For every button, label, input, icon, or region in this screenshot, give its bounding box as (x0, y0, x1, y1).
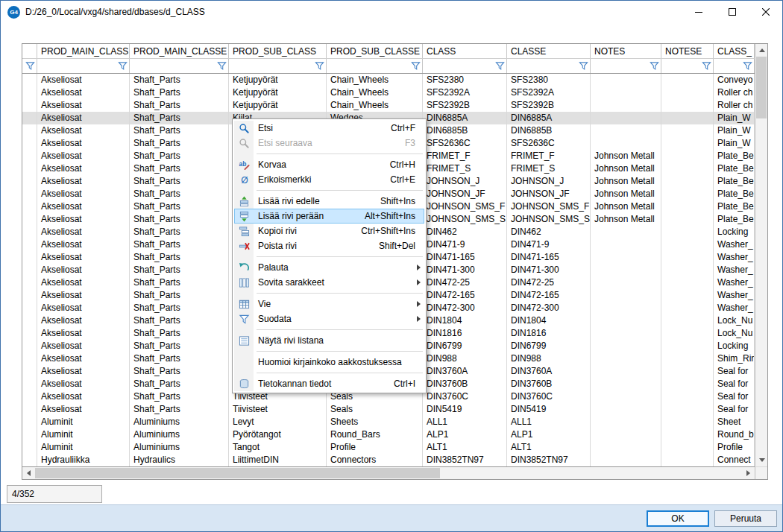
column-header[interactable]: PROD_SUB_CLASS (229, 44, 327, 58)
horizontal-scroll-thumb[interactable] (35, 468, 440, 478)
table-cell[interactable]: Round_b (714, 428, 755, 441)
table-row[interactable]: AluminitAluminiumsPyörötangotRound_BarsA… (22, 428, 755, 441)
row-selector-cell[interactable] (22, 441, 37, 454)
table-cell[interactable]: DIN3760C (507, 390, 591, 403)
table-cell[interactable] (661, 213, 714, 226)
menu-item[interactable]: Suodata (234, 311, 424, 326)
menu-item[interactable]: Lisää rivi peräänAlt+Shift+Ins (234, 209, 424, 224)
table-cell[interactable]: Lock_Nu (714, 327, 755, 340)
table-cell[interactable]: DIN6799 (423, 340, 507, 352)
table-cell[interactable] (661, 112, 714, 124)
table-cell[interactable]: Washer_ (714, 251, 755, 264)
table-cell[interactable] (661, 340, 714, 352)
table-cell[interactable]: Connect (714, 454, 755, 466)
table-cell[interactable]: DIN472-165 (423, 289, 507, 302)
row-selector-cell[interactable] (22, 327, 37, 340)
table-cell[interactable]: Washer_ (714, 238, 755, 251)
table-cell[interactable]: JOHNSON_J (507, 175, 591, 188)
column-header[interactable]: CLASS_ (714, 44, 755, 58)
table-cell[interactable]: SFS2392B (507, 99, 591, 112)
table-cell[interactable]: SFS2380 (507, 74, 591, 86)
table-cell[interactable]: Lock_Nu (714, 314, 755, 327)
table-cell[interactable] (591, 340, 661, 352)
table-cell[interactable]: Plain_W (714, 137, 755, 150)
table-cell[interactable] (661, 365, 714, 378)
table-cell[interactable]: SFS2392A (507, 86, 591, 99)
table-cell[interactable]: Akseliosat (37, 200, 130, 213)
table-cell[interactable]: DIN462 (507, 226, 591, 238)
row-selector-cell[interactable] (22, 264, 37, 276)
table-cell[interactable]: Plate_Be (714, 200, 755, 213)
menu-item[interactable]: EtsiCtrl+F (234, 121, 424, 136)
table-cell[interactable]: Plate_Be (714, 150, 755, 162)
table-cell[interactable]: DIN471-9 (507, 238, 591, 251)
table-cell[interactable] (661, 238, 714, 251)
table-cell[interactable]: DIN6885A (423, 112, 507, 124)
table-cell[interactable]: Locking (714, 226, 755, 238)
table-cell[interactable]: Plain_W (714, 124, 755, 137)
column-header[interactable]: PROD_MAIN_CLASSE (130, 44, 229, 58)
table-cell[interactable] (661, 188, 714, 200)
table-cell[interactable]: Shaft_Parts (130, 340, 229, 352)
table-cell[interactable]: Chain_Wheels (327, 74, 423, 86)
table-cell[interactable]: SFS2392B (423, 99, 507, 112)
table-cell[interactable] (661, 86, 714, 99)
table-cell[interactable]: DIN471-300 (507, 264, 591, 276)
table-cell[interactable] (661, 289, 714, 302)
scroll-left-button[interactable] (22, 467, 35, 479)
row-selector-cell[interactable] (22, 137, 37, 150)
table-cell[interactable] (661, 200, 714, 213)
row-selector-cell[interactable] (22, 352, 37, 365)
table-cell[interactable]: Locking (714, 340, 755, 352)
table-cell[interactable]: Johnson Metall (591, 213, 661, 226)
table-cell[interactable]: FRIMET_F (423, 150, 507, 162)
table-cell[interactable]: DIN1804 (423, 314, 507, 327)
table-cell[interactable]: Shaft_Parts (130, 226, 229, 238)
table-cell[interactable]: Shaft_Parts (130, 302, 229, 314)
table-row[interactable]: HydrauliikkaHydraulicsLiittimetDINConnec… (22, 454, 755, 466)
table-cell[interactable]: Shaft_Parts (130, 86, 229, 99)
table-cell[interactable]: Roller ch (714, 86, 755, 99)
table-cell[interactable]: Johnson Metall (591, 150, 661, 162)
table-cell[interactable]: Shaft_Parts (130, 276, 229, 289)
table-cell[interactable]: Akseliosat (37, 162, 130, 175)
table-cell[interactable] (591, 428, 661, 441)
table-cell[interactable]: Johnson Metall (591, 188, 661, 200)
table-cell[interactable]: Shaft_Parts (130, 99, 229, 112)
table-cell[interactable] (661, 416, 714, 428)
filter-icon[interactable] (743, 61, 752, 71)
table-cell[interactable]: DIN1804 (507, 314, 591, 327)
table-cell[interactable]: ALL1 (423, 416, 507, 428)
table-cell[interactable]: Seal for (714, 403, 755, 416)
table-cell[interactable]: Aluminiums (130, 416, 229, 428)
menu-item[interactable]: Huomioi kirjainkoko aakkostuksessa (234, 355, 424, 370)
table-cell[interactable] (591, 112, 661, 124)
table-cell[interactable]: Shaft_Parts (130, 112, 229, 124)
table-cell[interactable] (591, 124, 661, 137)
column-header[interactable]: NOTESE (661, 44, 714, 58)
table-cell[interactable]: DIN3760C (423, 390, 507, 403)
table-cell[interactable] (591, 416, 661, 428)
table-cell[interactable]: Seals (327, 403, 423, 416)
table-cell[interactable]: Ketjupyörät (229, 99, 327, 112)
table-cell[interactable]: Shaft_Parts (130, 162, 229, 175)
table-cell[interactable] (591, 378, 661, 390)
table-cell[interactable]: DIN6799 (507, 340, 591, 352)
table-cell[interactable]: Shaft_Parts (130, 251, 229, 264)
menu-item[interactable]: Vie (234, 297, 424, 311)
table-cell[interactable]: Hydrauliikka (37, 454, 130, 466)
table-cell[interactable]: DIN471-165 (423, 251, 507, 264)
menu-item[interactable]: Palauta (234, 260, 424, 275)
table-cell[interactable]: Seal for (714, 378, 755, 390)
table-cell[interactable]: DIN5419 (507, 403, 591, 416)
table-cell[interactable] (591, 352, 661, 365)
table-cell[interactable] (591, 226, 661, 238)
table-cell[interactable]: Shaft_Parts (130, 175, 229, 188)
table-cell[interactable]: Shaft_Parts (130, 200, 229, 213)
table-cell[interactable]: Shaft_Parts (130, 74, 229, 86)
vertical-scrollbar[interactable] (755, 44, 767, 466)
table-cell[interactable]: SFS2636C (423, 137, 507, 150)
scroll-up-button[interactable] (755, 44, 768, 56)
row-selector-cell[interactable] (22, 276, 37, 289)
table-cell[interactable]: Sheets (327, 416, 423, 428)
